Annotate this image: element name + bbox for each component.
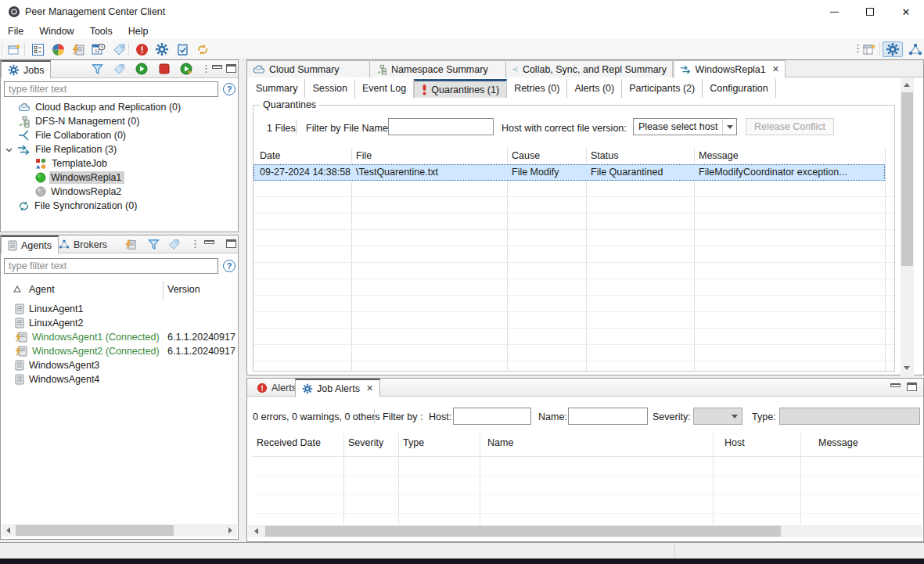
agent-row-windowsagent3[interactable]: WindowsAgent3 bbox=[15, 358, 99, 372]
col-host[interactable]: Host bbox=[724, 437, 745, 448]
col-type[interactable]: Type bbox=[403, 437, 424, 448]
tab-agents[interactable]: Agents bbox=[1, 235, 59, 253]
subtab-quarantines[interactable]: Quarantines (1) bbox=[414, 79, 507, 98]
agents-minimize-button[interactable] bbox=[204, 240, 214, 244]
agents-column-version[interactable]: Version bbox=[167, 284, 200, 295]
agents-filter-help-icon[interactable]: ? bbox=[223, 260, 235, 272]
type-filter-input[interactable] bbox=[779, 408, 920, 425]
close-tab-icon[interactable]: ✕ bbox=[366, 383, 373, 393]
jobs-filter-help-icon[interactable]: ? bbox=[223, 83, 235, 95]
agent-activity-button[interactable] bbox=[69, 41, 88, 57]
subtab-retries[interactable]: Retries (0) bbox=[507, 79, 567, 98]
col-file[interactable]: File bbox=[356, 150, 372, 161]
col-severity[interactable]: Severity bbox=[348, 437, 383, 448]
col-date[interactable]: Date bbox=[260, 150, 280, 161]
agent-row-linuxagent2[interactable]: LinuxAgent2 bbox=[15, 316, 84, 330]
combo-chevron-icon[interactable] bbox=[722, 119, 736, 135]
agents-view-menu[interactable]: ⋮ bbox=[190, 239, 200, 249]
tab-jobs[interactable]: Jobs bbox=[1, 60, 51, 78]
alerts-minimize-button[interactable] bbox=[890, 383, 901, 387]
filename-filter-input[interactable] bbox=[388, 118, 494, 135]
tree-item-templatejob[interactable]: TemplateJob bbox=[35, 156, 107, 171]
schedule-button[interactable]: 12 bbox=[89, 41, 108, 57]
start-job-button[interactable] bbox=[135, 63, 148, 77]
jobs-filter-input[interactable] bbox=[4, 81, 218, 97]
agents-tags-button[interactable] bbox=[168, 239, 180, 253]
tab-job-alerts[interactable]: Job Alerts ✕ bbox=[295, 379, 380, 397]
menu-help[interactable]: Help bbox=[120, 24, 156, 38]
maximize-window-button[interactable] bbox=[852, 0, 888, 23]
tree-item-file-replication[interactable]: File Replication (3) bbox=[5, 142, 117, 156]
tree-item-windowsrepla2[interactable]: WindowsRepla2 bbox=[35, 185, 121, 199]
editor-vscroll-thumb[interactable] bbox=[901, 92, 913, 266]
col-name[interactable]: Name bbox=[487, 437, 513, 448]
close-tab-icon[interactable]: ✕ bbox=[772, 64, 779, 74]
agents-hscroll-thumb[interactable] bbox=[16, 525, 174, 536]
editor-vscrollbar[interactable] bbox=[901, 78, 914, 375]
agents-hscrollbar[interactable] bbox=[2, 524, 237, 537]
agents-filter-input[interactable] bbox=[4, 258, 218, 274]
tab-collab-sync-repl-summary[interactable]: Collab, Sync, and Repl Summary bbox=[507, 60, 673, 77]
agents-maximize-button[interactable] bbox=[226, 239, 236, 248]
preferences-button[interactable] bbox=[153, 41, 171, 57]
agent-row-windowsagent1[interactable]: WindowsAgent1 (Connected) bbox=[15, 330, 160, 344]
jobs-minimize-button[interactable] bbox=[212, 65, 222, 69]
jobs-filter-button[interactable] bbox=[92, 63, 103, 77]
host-select-combo[interactable]: Please select host bbox=[633, 118, 737, 135]
agents-filter-button[interactable] bbox=[148, 239, 160, 253]
view-jobs-button[interactable] bbox=[28, 41, 47, 57]
tags-button[interactable] bbox=[110, 41, 128, 57]
jobs-maximize-button[interactable] bbox=[226, 64, 236, 73]
col-message[interactable]: Message bbox=[818, 437, 858, 448]
subtab-configuration[interactable]: Configuration bbox=[703, 79, 775, 98]
name-filter-input[interactable] bbox=[568, 408, 648, 425]
release-conflict-button[interactable]: Release Conflict bbox=[746, 118, 834, 135]
menu-file[interactable]: File bbox=[0, 24, 31, 38]
subtab-session[interactable]: Session bbox=[305, 79, 354, 98]
minimize-window-button[interactable] bbox=[816, 0, 852, 23]
col-message[interactable]: Message bbox=[699, 150, 739, 161]
perspective-jobs-button[interactable] bbox=[883, 41, 903, 57]
perspective-brokers-button[interactable] bbox=[906, 41, 924, 57]
tree-item-dfsn[interactable]: DFS-N Management (0) bbox=[18, 114, 139, 128]
scroll-left-icon[interactable] bbox=[254, 528, 258, 534]
menu-window[interactable]: Window bbox=[31, 24, 81, 38]
tree-item-file-collaboration[interactable]: File Collaboration (0) bbox=[18, 128, 126, 142]
summary-view-button[interactable] bbox=[49, 41, 67, 57]
jobs-view-menu[interactable]: ⋮ bbox=[201, 63, 211, 74]
scroll-down-icon[interactable] bbox=[904, 366, 910, 370]
subtab-summary[interactable]: Summary bbox=[249, 79, 305, 98]
quarantine-row[interactable]: 09-27-2024 14:38:58 \TestQuarentine.txt … bbox=[253, 164, 885, 181]
refresh-button[interactable] bbox=[193, 41, 212, 57]
jobs-tags-button[interactable] bbox=[113, 63, 125, 77]
close-window-button[interactable]: ✕ bbox=[888, 0, 924, 23]
alerts-hscrollbar[interactable] bbox=[248, 525, 922, 537]
menu-tools[interactable]: Tools bbox=[82, 24, 120, 38]
stop-job-button[interactable] bbox=[158, 63, 171, 77]
tasks-button[interactable] bbox=[173, 41, 192, 57]
col-received-date[interactable]: Received Date bbox=[257, 437, 321, 448]
tree-item-cloud-backup[interactable]: Cloud Backup and Replication (0) bbox=[18, 100, 181, 114]
tab-brokers[interactable]: Brokers bbox=[52, 235, 113, 253]
subtab-alerts[interactable]: Alerts (0) bbox=[567, 79, 622, 98]
subtab-event-log[interactable]: Event Log bbox=[355, 79, 414, 98]
scroll-up-icon[interactable] bbox=[904, 83, 910, 87]
tab-windowsrepla1[interactable]: WindowsRepla1 ✕ bbox=[674, 60, 786, 77]
alerts-maximize-button[interactable] bbox=[907, 383, 917, 391]
new-job-button[interactable] bbox=[5, 41, 23, 57]
alerts-button[interactable] bbox=[132, 41, 151, 57]
scroll-right-icon[interactable] bbox=[228, 527, 232, 533]
host-filter-input[interactable] bbox=[453, 408, 531, 425]
scroll-left-icon[interactable] bbox=[6, 527, 10, 533]
tree-item-windowsrepla1[interactable]: WindowsRepla1 bbox=[35, 171, 124, 185]
agent-row-linuxagent1[interactable]: LinuxAgent1 bbox=[15, 302, 84, 316]
tree-expander-icon[interactable] bbox=[5, 146, 13, 153]
col-cause[interactable]: Cause bbox=[512, 150, 540, 161]
alerts-hscroll-thumb[interactable] bbox=[265, 526, 781, 537]
open-perspective-button[interactable] bbox=[861, 41, 879, 57]
agents-column-agent[interactable]: Agent bbox=[29, 284, 55, 295]
tab-cloud-summary[interactable]: Cloud Summary bbox=[247, 60, 370, 77]
subtab-participants[interactable]: Participants (2) bbox=[622, 79, 703, 98]
agents-restart-button[interactable] bbox=[124, 239, 137, 253]
tree-item-file-synchronization[interactable]: File Synchronization (0) bbox=[18, 199, 137, 213]
